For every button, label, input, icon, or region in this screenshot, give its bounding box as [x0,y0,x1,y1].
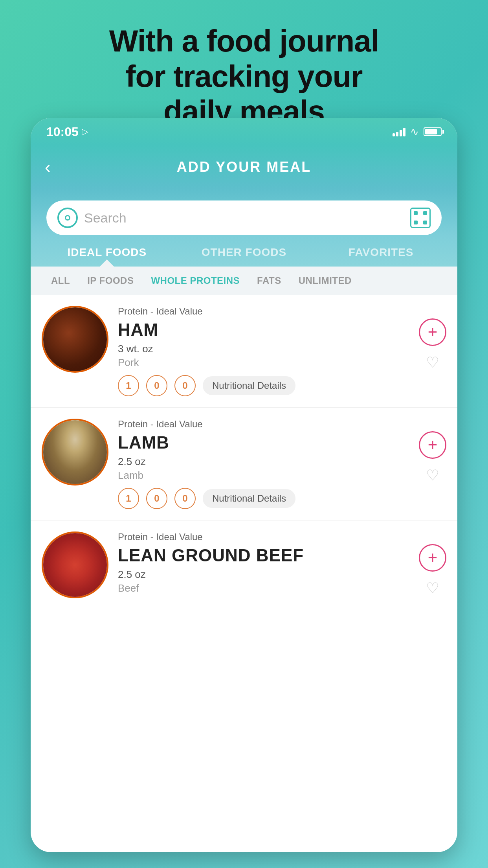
beef-add-button[interactable]: + [419,544,446,572]
location-arrow-icon: ▷ [82,127,88,137]
beef-category: Protein - Ideal Value [118,531,409,542]
lamb-actions: + ♡ [419,419,446,484]
header-title: ADD YOUR MEAL [177,159,311,175]
beef-image [42,531,108,598]
headline-line1: With a food journal [109,24,379,58]
beef-weight: 2.5 oz [118,568,409,581]
ham-info: Protein - Ideal Value HAM 3 wt. oz Pork … [118,306,409,396]
ham-add-button[interactable]: + [419,318,446,346]
lamb-name: LAMB [118,433,409,452]
cat-whole-proteins[interactable]: WHOLE PROTEINS [142,275,248,286]
ham-type: Pork [118,357,409,369]
beef-actions: + ♡ [419,531,446,597]
search-circle-icon [57,208,78,228]
beef-favorite-button[interactable]: ♡ [426,579,439,597]
barcode-scan-icon[interactable] [410,208,431,228]
ham-image [42,306,108,373]
cat-ip-foods[interactable]: IP FOODS [79,275,142,286]
beef-name: LEAN GROUND BEEF [118,546,409,565]
app-header: ‹ ADD YOUR MEAL [31,145,457,189]
ham-badges-row: 1 0 0 Nutritional Details [118,375,409,396]
search-input[interactable]: Search [84,210,404,226]
cat-all[interactable]: ALL [42,275,79,286]
lamb-weight: 2.5 oz [118,456,409,468]
food-tabs: IDEAL FOODS OTHER FOODS FAVORITES [31,235,457,267]
lamb-nutritional-btn[interactable]: Nutritional Details [203,489,295,508]
lamb-badges-row: 1 0 0 Nutritional Details [118,488,409,509]
ham-actions: + ♡ [419,306,446,371]
search-bar[interactable]: Search [46,200,442,235]
lamb-badge-1: 0 [146,488,167,509]
ham-favorite-button[interactable]: ♡ [426,354,439,371]
beef-type: Beef [118,582,409,594]
headline-line2: for tracking your [126,59,363,94]
ham-badge-1: 0 [146,375,167,396]
status-bar: 10:05 ▷ ∿ [31,118,457,145]
ham-badge-2: 0 [174,375,196,396]
food-item-lamb: Protein - Ideal Value LAMB 2.5 oz Lamb 1… [31,408,457,520]
lamb-favorite-button[interactable]: ♡ [426,467,439,484]
back-button[interactable]: ‹ [45,158,51,176]
category-bar: ALL IP FOODS WHOLE PROTEINS FATS UNLIMIT… [31,267,457,295]
search-area: Search [31,189,457,235]
lamb-image [42,419,108,485]
lamb-category: Protein - Ideal Value [118,419,409,430]
food-list: Protein - Ideal Value HAM 3 wt. oz Pork … [31,295,457,612]
wifi-icon: ∿ [410,126,419,138]
phone-frame: 10:05 ▷ ∿ ‹ ADD YOUR MEAL Search [31,118,457,852]
ham-name: HAM [118,320,409,340]
beef-info: Protein - Ideal Value LEAN GROUND BEEF 2… [118,531,409,601]
tab-favorites[interactable]: FAVORITES [312,246,449,267]
food-item-beef: Protein - Ideal Value LEAN GROUND BEEF 2… [31,520,457,612]
ham-weight: 3 wt. oz [118,343,409,355]
ham-badge-0: 1 [118,375,139,396]
cat-unlimited[interactable]: UNLIMITED [290,275,360,286]
lamb-add-button[interactable]: + [419,431,446,459]
lamb-badge-0: 1 [118,488,139,509]
food-item-ham: Protein - Ideal Value HAM 3 wt. oz Pork … [31,295,457,408]
lamb-info: Protein - Ideal Value LAMB 2.5 oz Lamb 1… [118,419,409,509]
ham-nutritional-btn[interactable]: Nutritional Details [203,376,295,395]
battery-icon [424,127,442,136]
tab-other-foods[interactable]: OTHER FOODS [176,246,313,267]
signal-icon [393,127,405,136]
ham-category: Protein - Ideal Value [118,306,409,317]
lamb-type: Lamb [118,469,409,482]
status-time: 10:05 [46,125,79,139]
tab-ideal-foods[interactable]: IDEAL FOODS [39,246,176,267]
cat-fats[interactable]: FATS [248,275,290,286]
lamb-badge-2: 0 [174,488,196,509]
